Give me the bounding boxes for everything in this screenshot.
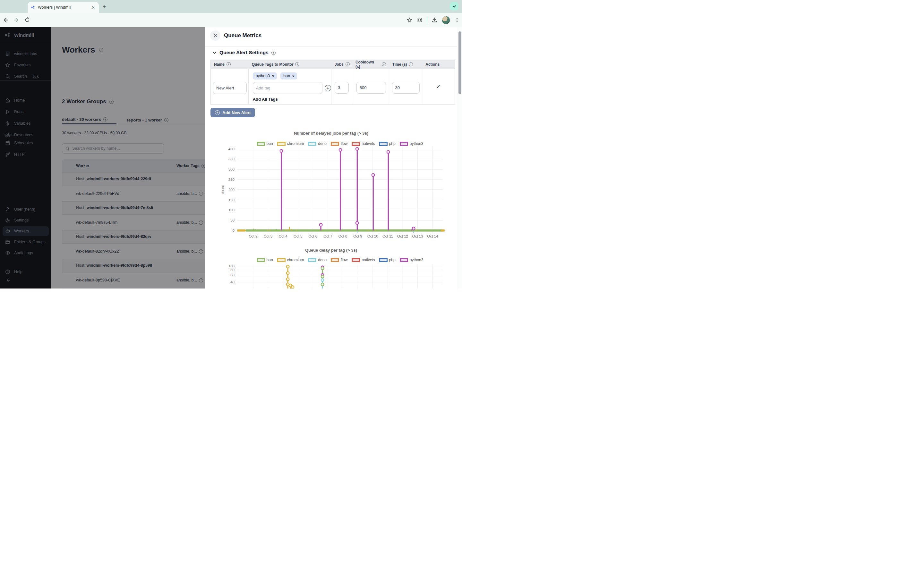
header-info-icon[interactable]: i xyxy=(382,62,386,66)
time-input[interactable] xyxy=(392,82,420,93)
svg-text:40: 40 xyxy=(230,280,234,284)
svg-text:150: 150 xyxy=(228,198,234,202)
page-scrollbar[interactable] xyxy=(457,27,462,288)
legend-swatch xyxy=(331,258,339,262)
legend-item-bun[interactable]: bun xyxy=(257,258,273,262)
drawer-close-icon[interactable]: ✕ xyxy=(210,31,220,41)
alert-header-cooldown-s: Cooldown (s)i xyxy=(352,60,389,69)
tab-close-icon[interactable]: ✕ xyxy=(91,5,95,10)
browser-toolbar xyxy=(0,13,462,27)
svg-text:Oct 9: Oct 9 xyxy=(353,234,362,238)
scrollbar-thumb[interactable] xyxy=(459,31,461,94)
alert-name-cell xyxy=(211,69,249,104)
header-info-icon[interactable]: i xyxy=(226,62,231,66)
svg-text:count: count xyxy=(221,185,225,194)
alert-header-queue-tags-to-monitor: Queue Tags to Monitori xyxy=(249,60,331,69)
alert-header-actions: Actions xyxy=(422,60,455,69)
browser-tab[interactable]: Workers | Windmill ✕ xyxy=(27,2,99,13)
svg-text:Oct 5: Oct 5 xyxy=(294,234,302,238)
drawer-title: Queue Metrics xyxy=(224,32,262,39)
cooldown-input[interactable] xyxy=(357,82,386,93)
svg-text:Oct 2: Oct 2 xyxy=(249,234,257,238)
header-info-icon[interactable]: i xyxy=(346,62,350,66)
jobs-input[interactable] xyxy=(334,82,349,93)
tag-chip-bun[interactable]: bunx xyxy=(280,73,297,79)
add-all-tags-link[interactable]: Add All Tags xyxy=(253,97,278,102)
alert-cooldown-cell xyxy=(352,69,389,104)
svg-text:80: 80 xyxy=(230,268,234,272)
forward-icon[interactable] xyxy=(11,17,22,23)
bookmark-star-icon[interactable] xyxy=(407,17,412,23)
header-info-icon[interactable]: i xyxy=(409,62,413,66)
downloads-icon[interactable] xyxy=(432,17,437,23)
alert-jobs-cell xyxy=(331,69,352,104)
windmill-favicon xyxy=(31,5,35,10)
svg-text:60: 60 xyxy=(230,273,234,277)
svg-text:Oct 12: Oct 12 xyxy=(397,234,408,238)
svg-text:100: 100 xyxy=(228,208,234,212)
plus-icon: + xyxy=(215,110,220,115)
extensions-puzzle-icon[interactable] xyxy=(417,17,422,23)
legend-item-chromium[interactable]: chromium xyxy=(277,258,304,262)
alert-header-jobs: Jobsi xyxy=(331,60,352,69)
new-tab-icon[interactable]: + xyxy=(103,4,106,9)
legend-swatch xyxy=(400,258,408,262)
svg-text:50: 50 xyxy=(230,218,234,222)
legend-swatch xyxy=(308,258,317,262)
alert-row: python3xbunx + Add All Tags ✓ xyxy=(211,69,455,104)
browser-avatar[interactable] xyxy=(442,16,450,24)
alert-actions-cell: ✓ xyxy=(422,69,455,104)
browser-menu-dots-icon[interactable] xyxy=(455,18,459,23)
add-new-alert-button[interactable]: + Add New Alert xyxy=(210,108,255,117)
svg-text:100: 100 xyxy=(228,265,234,268)
svg-text:0: 0 xyxy=(233,229,234,232)
back-icon[interactable] xyxy=(0,17,11,23)
legend-item-php[interactable]: php xyxy=(379,258,396,262)
header-info-icon[interactable]: i xyxy=(295,62,299,66)
reload-icon[interactable] xyxy=(22,17,33,23)
legend-item-python3[interactable]: python3 xyxy=(400,258,423,262)
chart1-title: Number of delayed jobs per tag (> 3s) xyxy=(205,131,457,135)
svg-text:200: 200 xyxy=(228,188,234,192)
svg-text:Oct 8: Oct 8 xyxy=(338,234,347,238)
svg-text:250: 250 xyxy=(228,177,234,181)
tab-title: Workers | Windmill xyxy=(38,5,88,10)
svg-text:Oct 10: Oct 10 xyxy=(367,234,378,238)
svg-text:Oct 7: Oct 7 xyxy=(323,234,332,238)
delayed-jobs-chart: 050100150200250300350400Oct 2Oct 3Oct 4O… xyxy=(205,144,457,240)
legend-swatch xyxy=(352,258,360,262)
svg-text:Oct 4: Oct 4 xyxy=(278,234,288,238)
alert-time-cell xyxy=(389,69,423,104)
toolbar-separator xyxy=(427,17,427,23)
legend-swatch xyxy=(257,258,265,262)
svg-text:400: 400 xyxy=(228,147,234,151)
tag-chip-python3[interactable]: python3x xyxy=(253,73,277,79)
browser-tabstrip: Workers | Windmill ✕ + xyxy=(0,0,462,13)
queue-delay-chart: 100806040 xyxy=(205,265,457,288)
chart2-legend: bunchromiumdenoflownativetsphppython3 xyxy=(237,258,443,262)
svg-text:Oct 11: Oct 11 xyxy=(383,234,393,238)
svg-text:300: 300 xyxy=(228,167,234,171)
alert-settings-info-icon[interactable]: i xyxy=(271,51,276,55)
alert-tags-cell: python3xbunx + Add All Tags xyxy=(249,69,331,104)
svg-text:350: 350 xyxy=(228,157,234,161)
browser-profile-chevron-icon[interactable] xyxy=(450,2,459,11)
add-tag-input[interactable] xyxy=(253,82,322,94)
svg-text:Oct 3: Oct 3 xyxy=(264,234,272,238)
legend-swatch xyxy=(379,258,388,262)
svg-text:Oct 14: Oct 14 xyxy=(427,234,438,238)
alert-name-input[interactable] xyxy=(213,82,247,94)
remove-tag-icon[interactable]: x xyxy=(292,74,294,78)
confirm-check-icon[interactable]: ✓ xyxy=(436,84,441,90)
svg-text:Oct 6: Oct 6 xyxy=(309,234,317,238)
remove-tag-icon[interactable]: x xyxy=(272,74,274,78)
toolbar-actions xyxy=(407,13,459,27)
legend-item-flow[interactable]: flow xyxy=(331,258,347,262)
add-tag-plus-icon[interactable]: + xyxy=(325,85,331,91)
legend-item-deno[interactable]: deno xyxy=(308,258,326,262)
alert-header-name: Namei xyxy=(211,60,249,69)
svg-text:Oct 13: Oct 13 xyxy=(412,234,423,238)
queue-alert-settings-section[interactable]: Queue Alert Settings i xyxy=(212,50,276,55)
legend-item-nativets[interactable]: nativets xyxy=(352,258,375,262)
queue-metrics-drawer: ✕ Queue Metrics Queue Alert Settings i N… xyxy=(205,27,457,288)
